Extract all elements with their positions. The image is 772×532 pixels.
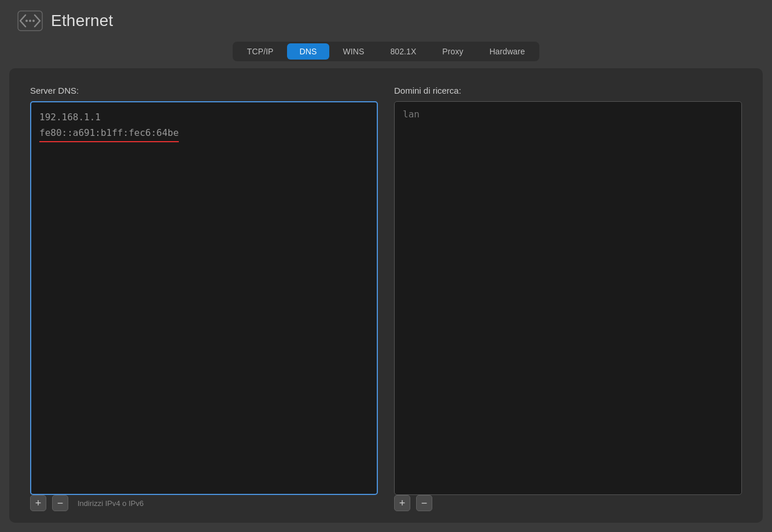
network-nav-icon[interactable] xyxy=(17,10,43,31)
tab-bar: TCP/IP DNS WINS 802.1X Proxy Hardware xyxy=(0,42,772,61)
panels-row: Server DNS: 192.168.1.1 fe80::a691:b1ff:… xyxy=(30,86,742,495)
svg-point-1 xyxy=(29,20,31,22)
svg-point-2 xyxy=(32,20,35,22)
tab-proxy[interactable]: Proxy xyxy=(429,43,476,60)
dns-text-area[interactable]: 192.168.1.1 fe80::a691:b1ff:fec6:64be xyxy=(30,101,378,495)
search-domains-panel-bottom: + − xyxy=(394,495,742,511)
tab-8021x[interactable]: 802.1X xyxy=(377,43,429,60)
dns-panel: Server DNS: 192.168.1.1 fe80::a691:b1ff:… xyxy=(30,86,378,495)
search-add-button[interactable]: + xyxy=(394,495,410,511)
header: Ethernet xyxy=(0,0,772,42)
search-domains-text-area[interactable]: lan xyxy=(394,101,742,495)
tab-dns[interactable]: DNS xyxy=(287,43,330,60)
tab-wins[interactable]: WINS xyxy=(330,43,377,60)
page-title: Ethernet xyxy=(51,12,113,30)
dns-hint: Indirizzi IPv4 o IPv6 xyxy=(78,499,144,508)
search-remove-button[interactable]: − xyxy=(416,495,432,511)
search-domains-label: Domini di ricerca: xyxy=(394,86,742,95)
tab-tcpip[interactable]: TCP/IP xyxy=(234,43,286,60)
dns-remove-button[interactable]: − xyxy=(52,495,68,511)
dns-panel-label: Server DNS: xyxy=(30,86,378,95)
domain-entry-1: lan xyxy=(403,109,733,120)
main-content: Server DNS: 192.168.1.1 fe80::a691:b1ff:… xyxy=(9,68,763,523)
tab-hardware[interactable]: Hardware xyxy=(477,43,538,60)
dns-add-button[interactable]: + xyxy=(30,495,46,511)
tabs-container: TCP/IP DNS WINS 802.1X Proxy Hardware xyxy=(233,42,539,61)
dns-entry-2: fe80::a691:b1ff:fec6:64be xyxy=(39,125,369,142)
dns-entry-2-text: fe80::a691:b1ff:fec6:64be xyxy=(39,125,179,142)
svg-point-0 xyxy=(25,20,28,22)
dns-entry-1: 192.168.1.1 xyxy=(39,109,369,125)
panels-bottom: + − Indirizzi IPv4 o IPv6 + − xyxy=(30,495,742,511)
search-domains-panel: Domini di ricerca: lan xyxy=(394,86,742,495)
dns-panel-bottom: + − Indirizzi IPv4 o IPv6 xyxy=(30,495,378,511)
